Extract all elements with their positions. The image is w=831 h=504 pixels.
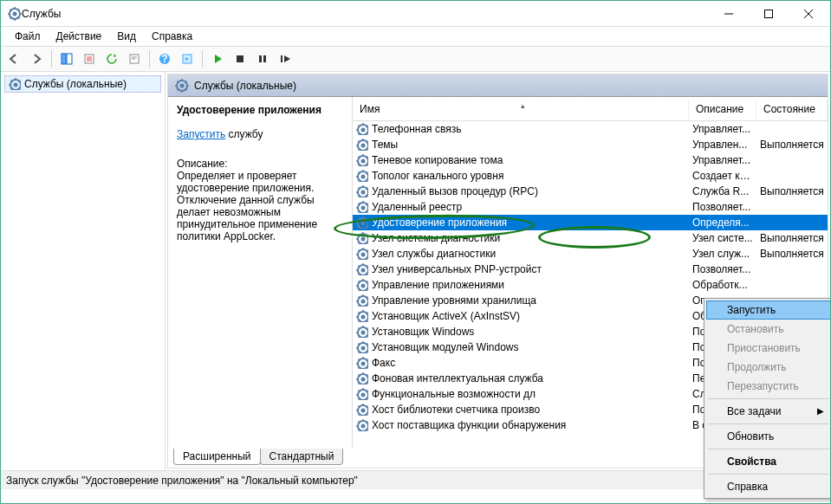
minimize-button[interactable]: [709, 2, 749, 26]
maximize-button[interactable]: [749, 2, 789, 26]
menu-file[interactable]: Файл: [8, 29, 48, 44]
menu-item[interactable]: Обновить: [706, 427, 831, 446]
menu-item[interactable]: Запустить: [706, 300, 831, 320]
tab-extended[interactable]: Расширенный: [173, 449, 261, 465]
service-desc: Определя...: [689, 216, 756, 229]
help-button[interactable]: ?: [155, 49, 174, 68]
svg-rect-11: [259, 55, 262, 62]
description-text: Определяет и проверяет удостоверение при…: [177, 170, 343, 242]
refresh-button[interactable]: [102, 49, 121, 68]
service-row[interactable]: Узел универсальных PNP-устройстПозволяет…: [353, 262, 828, 277]
menu-separator: [708, 474, 829, 475]
service-name: Узел универсальных PNP-устройст: [372, 263, 542, 275]
stop-service-button[interactable]: [230, 49, 250, 68]
service-name: Установщик ActiveX (AxInstSV): [372, 310, 520, 322]
service-name: Хост поставщика функции обнаружения: [372, 419, 566, 431]
col-state[interactable]: Состояние: [756, 100, 828, 119]
col-description[interactable]: Описание: [689, 100, 756, 119]
service-row[interactable]: Удаленный реестрПозволяет...: [353, 199, 828, 215]
service-name: Узел системы диагностики: [372, 232, 500, 244]
service-icon: [356, 216, 368, 229]
service-desc: Позволяет...: [689, 201, 756, 213]
menu-separator: [708, 423, 829, 424]
toolbar: ?: [1, 46, 830, 72]
service-name: Управление приложениями: [372, 279, 504, 291]
service-row[interactable]: Теневое копирование томаУправляет...: [353, 152, 828, 168]
service-icon: [356, 232, 368, 244]
window-title: Службы: [22, 8, 709, 20]
service-name: Темы: [372, 139, 398, 151]
service-name: Установщик модулей Windows: [372, 341, 518, 353]
tree-root-label: Службы (локальные): [24, 78, 127, 90]
menu-action[interactable]: Действие: [49, 29, 109, 44]
service-name: Удостоверение приложения: [372, 216, 507, 229]
service-row[interactable]: Узел системы диагностикиУзел систе...Вып…: [353, 230, 828, 246]
start-service-link[interactable]: Запустить: [177, 128, 225, 140]
service-name: Теневое копирование тома: [372, 154, 503, 166]
service-desc: Создает ка...: [689, 170, 756, 182]
service-icon: [356, 279, 368, 291]
svg-rect-12: [263, 55, 266, 62]
service-desc: Позволяет...: [689, 263, 756, 275]
service-name: Узел службы диагностики: [372, 248, 496, 260]
service-row[interactable]: Тополог канального уровняСоздает ка...: [353, 168, 828, 184]
help-topics-button[interactable]: [178, 49, 197, 68]
show-hide-tree-button[interactable]: [57, 49, 76, 68]
service-row[interactable]: ТемыУправлен...Выполняется: [353, 137, 828, 152]
service-row[interactable]: Узел службы диагностикиУзел служ...Выпол…: [353, 246, 828, 262]
svg-rect-3: [62, 54, 66, 64]
service-row[interactable]: Управление приложениямиОбработк...: [353, 277, 828, 293]
close-button[interactable]: [789, 2, 828, 26]
tab-standard[interactable]: Стандартный: [260, 449, 344, 465]
service-desc: Служба R...: [689, 185, 756, 197]
service-desc: Узел систе...: [689, 232, 756, 244]
service-desc: Управляет...: [689, 123, 756, 135]
forward-button[interactable]: [27, 49, 46, 68]
service-desc: Управлен...: [689, 139, 756, 151]
svg-rect-13: [281, 55, 282, 62]
svg-rect-10: [237, 55, 243, 62]
service-icon: [356, 248, 368, 260]
service-row[interactable]: Удаленный вызов процедур (RPC)Служба R..…: [353, 184, 828, 199]
service-icon: [356, 170, 368, 182]
restart-service-button[interactable]: [276, 49, 295, 68]
pane-heading-label: Службы (локальные): [194, 80, 296, 92]
description-label: Описание:: [177, 158, 343, 170]
service-icon: [356, 294, 368, 307]
service-name: Установщик Windows: [372, 326, 474, 338]
menu-item[interactable]: Свойства: [706, 452, 831, 471]
service-icon: [356, 372, 368, 384]
service-icon: [356, 185, 368, 197]
svg-text:?: ?: [161, 53, 167, 65]
back-button[interactable]: [4, 49, 23, 68]
pause-service-button[interactable]: [253, 49, 272, 68]
menu-item[interactable]: Справка: [706, 477, 831, 496]
menu-item: Приостановить: [706, 339, 831, 358]
column-headers: Имя▴ Описание Состояние: [353, 97, 828, 121]
service-state: Выполняется: [756, 139, 828, 151]
tree-root-item[interactable]: Службы (локальные): [4, 75, 161, 93]
properties-button[interactable]: [125, 49, 144, 68]
start-service-button[interactable]: [208, 49, 227, 68]
menu-help[interactable]: Справка: [145, 29, 199, 44]
service-icon: [356, 263, 368, 275]
service-icon: [356, 310, 368, 322]
menu-item: Остановить: [706, 320, 831, 339]
titlebar: Службы: [1, 1, 830, 27]
service-desc: Управляет...: [689, 154, 756, 166]
service-row[interactable]: Телефонная связьУправляет...: [353, 121, 828, 137]
export-list-button[interactable]: [80, 49, 99, 68]
service-icon: [356, 326, 368, 338]
service-name: Телефонная связь: [372, 123, 461, 135]
menu-view[interactable]: Вид: [110, 29, 143, 44]
context-menu: ЗапуститьОстановитьПриостановитьПродолжи…: [704, 298, 831, 499]
menu-item[interactable]: Все задачи▶: [706, 402, 831, 421]
col-name[interactable]: Имя▴: [353, 100, 689, 119]
service-name: Факс: [372, 357, 395, 369]
service-row[interactable]: Удостоверение приложенияОпределя...: [353, 215, 828, 230]
pane-heading: Службы (локальные): [168, 74, 828, 97]
menu-item: Продолжить: [706, 358, 831, 377]
service-desc: Узел служ...: [689, 248, 756, 260]
service-name: Удаленный реестр: [372, 201, 462, 213]
svg-rect-4: [67, 54, 72, 64]
